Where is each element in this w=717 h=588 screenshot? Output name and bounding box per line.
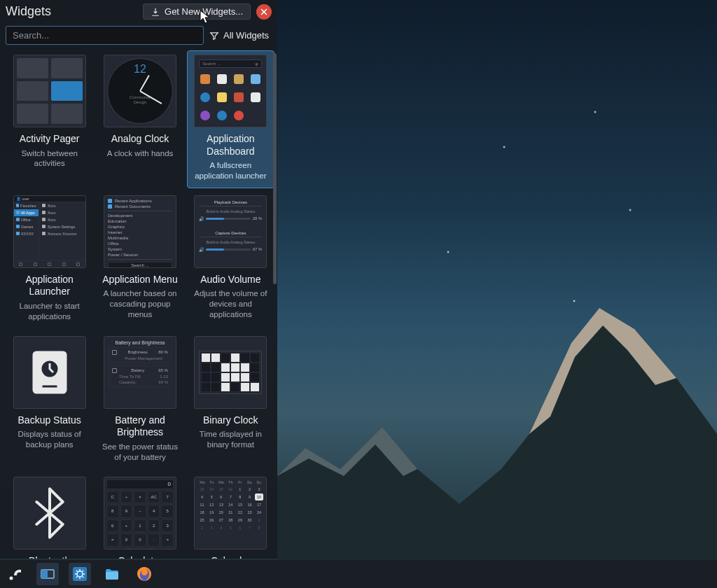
widget-name: Application Launcher (8, 274, 90, 298)
widget-card[interactable]: Bluetooth (6, 472, 93, 559)
search-row: All Widgets (0, 23, 277, 50)
widget-description: A fullscreen application launcher (190, 160, 272, 181)
download-icon (151, 7, 160, 17)
widget-description: See the power status of your battery (99, 442, 181, 463)
svg-rect-5 (41, 570, 48, 578)
widget-description: Adjust the volume of devices and applica… (190, 288, 272, 320)
widget-card[interactable]: MoTuWeThFrSaSu28293031123456789101112131… (187, 472, 274, 559)
widget-thumbnail (13, 477, 86, 550)
widget-card[interactable]: Search ...✻ Application Dashboard A full… (187, 50, 274, 188)
close-icon (260, 8, 267, 15)
widget-thumbnail (13, 336, 86, 409)
taskbar-system-settings[interactable] (69, 563, 91, 585)
widget-thumbnail (194, 336, 267, 409)
firefox-icon (136, 566, 153, 582)
widget-name: Battery and Brightness (99, 414, 181, 439)
widget-card[interactable]: Playback DevicesBuild-in Audio Analog St… (187, 191, 274, 329)
widget-thumbnail: Battery and Brightness Brightness80 % Po… (104, 336, 176, 409)
all-widgets-label: All Widgets (223, 30, 269, 41)
taskbar-app-launcher[interactable] (4, 563, 27, 585)
widget-thumbnail: Search ...✻ (194, 55, 267, 127)
svg-rect-2 (41, 384, 58, 388)
panel-header: Widgets Get New Widgets... (0, 0, 277, 23)
widget-card[interactable]: Battery and Brightness Brightness80 % Po… (96, 332, 183, 470)
widget-name: Calendar (211, 555, 251, 559)
widget-card[interactable]: Activity Pager Switch between activities (6, 50, 93, 188)
widget-name: Analog Clock (111, 133, 169, 146)
widget-thumbnail: 👤 user FavoritesAll AppsOfficeGamesXXXXX… (13, 195, 86, 268)
svg-point-3 (10, 577, 13, 580)
search-input[interactable] (6, 26, 204, 45)
taskbar-firefox[interactable] (133, 563, 155, 585)
widget-list-scroll[interactable]: Activity Pager Switch between activities… (0, 50, 277, 559)
taskbar-file-manager[interactable] (101, 563, 123, 585)
get-new-widgets-label: Get New Widgets... (165, 6, 243, 17)
widget-thumbnail (13, 55, 86, 127)
widget-description: Time displayed in binary format (190, 429, 272, 450)
widget-card[interactable]: Binary Clock Time displayed in binary fo… (187, 332, 274, 470)
panel-title: Widgets (6, 4, 51, 19)
widget-name: Calculator (118, 555, 162, 559)
widget-thumbnail: MoTuWeThFrSaSu28293031123456789101112131… (194, 477, 267, 550)
svg-rect-8 (106, 572, 118, 580)
widget-description: Switch between activities (8, 148, 90, 169)
widget-thumbnail: 12CommunityDesign (104, 55, 176, 127)
get-new-widgets-button[interactable]: Get New Widgets... (143, 4, 251, 20)
widget-name: Application Menu (102, 274, 177, 286)
widget-name: Activity Pager (20, 133, 80, 146)
widget-thumbnail: Playback DevicesBuild-in Audio Analog St… (194, 195, 267, 268)
widget-thumbnail: 0C÷×AC789−456+123=00.= (104, 477, 176, 550)
widgets-panel: Widgets Get New Widgets... All Widgets A… (0, 0, 277, 559)
plasma-logo-icon (7, 566, 24, 582)
widget-description: Displays status of backup plans (8, 429, 90, 450)
widget-name: Bluetooth (29, 555, 70, 559)
widget-name: Application Dashboard (190, 133, 272, 158)
all-widgets-filter[interactable]: All Widgets (209, 30, 272, 41)
taskbar-pager[interactable] (36, 563, 59, 585)
funnel-icon (209, 31, 219, 41)
widget-thumbnail: Recent Applications Recent Documents Dev… (104, 195, 176, 268)
pager-icon (39, 566, 56, 582)
widget-card[interactable]: 👤 user FavoritesAll AppsOfficeGamesXXXXX… (6, 191, 93, 329)
scrollbar[interactable] (273, 53, 277, 284)
widget-description: A launcher based on cascading popup menu… (99, 288, 181, 320)
widget-name: Backup Status (18, 414, 81, 427)
widget-card[interactable]: Backup Status Displays status of backup … (6, 332, 93, 470)
close-button[interactable] (256, 4, 272, 20)
widget-description: Launcher to start applications (8, 301, 90, 322)
widget-card[interactable]: 0C÷×AC789−456+123=00.= Calculator (96, 472, 183, 559)
widget-card[interactable]: 12CommunityDesign Analog Clock A clock w… (96, 50, 183, 188)
wallpaper-mountain (277, 266, 717, 560)
folder-icon (104, 566, 120, 582)
taskbar (0, 560, 717, 588)
widget-description: A clock with hands (106, 148, 175, 159)
widget-name: Binary Clock (203, 414, 258, 427)
widget-name: Audio Volume (200, 274, 260, 286)
widget-card[interactable]: Recent Applications Recent Documents Dev… (96, 191, 183, 329)
settings-icon (71, 566, 88, 582)
